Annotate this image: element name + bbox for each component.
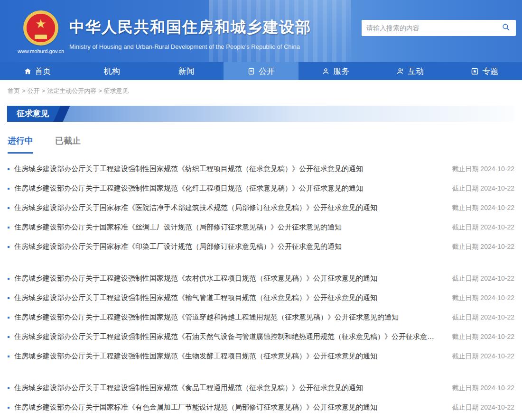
- bullet-icon: [8, 188, 9, 190]
- notice-list: 住房城乡建设部办公厅关于工程建设强制性国家规范《纺织工程项目规范（征求意见稿）》…: [0, 154, 522, 417]
- list-item: 住房城乡建设部办公厅关于工程建设强制性国家规范《纺织工程项目规范（征求意见稿）》…: [8, 159, 514, 179]
- list-item: 住房城乡建设部办公厅关于工程建设强制性国家规范《食品工程通用规范（征求意见稿）》…: [8, 378, 514, 398]
- nav-label-home: 首页: [35, 66, 51, 77]
- nav-label-news: 新闻: [178, 66, 195, 77]
- deadline-date: 截止日期 2024-10-22: [452, 165, 514, 173]
- notice-link[interactable]: 住房城乡建设部办公厅关于工程建设强制性国家规范《管道穿越和跨越工程通用规范（征求…: [14, 313, 440, 322]
- national-emblem-icon: [23, 10, 58, 46]
- bullet-icon: [8, 168, 9, 170]
- bullet-icon: [8, 246, 9, 248]
- notice-link[interactable]: 住房城乡建设部办公厅关于国家标准《医院洁净手术部建筑技术规范（局部修订征求意见稿…: [14, 203, 440, 212]
- bullet-icon: [8, 356, 9, 357]
- nav-item-home[interactable]: 首页: [0, 62, 75, 80]
- deadline-date: 截止日期 2024-10-22: [452, 403, 514, 412]
- person-icon: [322, 67, 330, 75]
- deadline-date: 截止日期 2024-10-22: [452, 384, 514, 393]
- notice-link[interactable]: 住房城乡建设部办公厅关于工程建设强制性国家规范《农村供水工程项目规范（征求意见稿…: [14, 274, 440, 283]
- search-box: [362, 20, 516, 36]
- brand: www.mohurd.gov.cn 中华人民共和国住房和城乡建设部 Minist…: [18, 10, 311, 54]
- interact-icon: [396, 67, 404, 75]
- bullet-icon: [8, 336, 9, 338]
- notice-link[interactable]: 住房城乡建设部办公厅关于国家标准《印染工厂设计规范（局部修订征求意见稿）》公开征…: [14, 242, 440, 251]
- notice-group-3: 住房城乡建设部办公厅关于工程建设强制性国家规范《食品工程通用规范（征求意见稿）》…: [8, 378, 514, 417]
- list-item: 住房城乡建设部办公厅关于国家标准《丝绸工厂设计规范（局部修订征求意见稿）》公开征…: [8, 218, 514, 237]
- bullet-icon: [8, 227, 9, 228]
- page-title: 征求意见: [17, 109, 49, 118]
- tab-closed[interactable]: 已截止: [55, 135, 81, 154]
- nav-item-services[interactable]: 服务: [298, 62, 373, 80]
- deadline-date: 截止日期 2024-10-22: [452, 313, 514, 322]
- notice-link[interactable]: 住房城乡建设部办公厅关于国家标准《丝绸工厂设计规范（局部修订征求意见稿）》公开征…: [14, 223, 440, 232]
- nav-label-interact: 互动: [408, 66, 424, 77]
- notice-link[interactable]: 住房城乡建设部办公厅关于工程建设强制性国家规范《化纤工程项目规范（征求意见稿）》…: [14, 184, 440, 193]
- list-item: 住房城乡建设部办公厅关于工程建设强制性国家规范《农村供水工程项目规范（征求意见稿…: [8, 269, 514, 288]
- breadcrumb-separator: >: [98, 87, 102, 94]
- breadcrumb-item-3: 征求意见: [104, 87, 129, 94]
- site-subtitle: Ministry of Housing and Urban-Rural Deve…: [69, 43, 311, 50]
- list-item: 住房城乡建设部办公厅关于工程建设强制性国家规范《管道穿越和跨越工程通用规范（征求…: [8, 308, 514, 327]
- emblem-block: www.mohurd.gov.cn: [18, 10, 64, 54]
- breadcrumb-item-1[interactable]: 公开: [28, 87, 40, 94]
- section-banner: 征求意见: [7, 106, 515, 122]
- tabs: 进行中已截止: [0, 135, 522, 154]
- breadcrumb-separator: >: [42, 87, 46, 94]
- notice-link[interactable]: 住房城乡建设部办公厅关于工程建设强制性国家规范《生物发酵工程项目规范（征求意见稿…: [14, 352, 440, 361]
- section-banner-label: 征求意见: [7, 106, 62, 122]
- nav-item-topics[interactable]: 专题: [447, 62, 522, 80]
- site-title: 中华人民共和国住房和城乡建设部: [69, 17, 311, 38]
- list-item: 住房城乡建设部办公厅关于工程建设强制性国家规范《输气管道工程项目规范（征求意见稿…: [8, 288, 514, 308]
- breadcrumb-separator: >: [22, 87, 26, 94]
- nav-item-open[interactable]: 公开: [224, 62, 298, 80]
- bullet-icon: [8, 297, 9, 299]
- notice-link[interactable]: 住房城乡建设部办公厅关于工程建设强制性国家规范《石油天然气设备与管道腐蚀控制和绝…: [14, 332, 440, 341]
- site-url: www.mohurd.gov.cn: [18, 48, 64, 54]
- deadline-date: 截止日期 2024-10-22: [452, 223, 514, 232]
- list-item: 住房城乡建设部办公厅关于工程建设强制性国家规范《石油天然气设备与管道腐蚀控制和绝…: [8, 327, 514, 347]
- search-button[interactable]: [496, 20, 516, 36]
- site-header: www.mohurd.gov.cn 中华人民共和国住房和城乡建设部 Minist…: [0, 0, 522, 62]
- bullet-icon: [8, 278, 9, 280]
- bullet-icon: [8, 207, 9, 209]
- nav-label-services: 服务: [333, 66, 349, 77]
- bullet-icon: [8, 317, 9, 319]
- notice-link[interactable]: 住房城乡建设部办公厅关于工程建设强制性国家规范《纺织工程项目规范（征求意见稿）》…: [14, 164, 440, 173]
- bullet-icon: [8, 407, 9, 409]
- home-icon: [24, 67, 32, 75]
- notice-group-1: 住房城乡建设部办公厅关于工程建设强制性国家规范《纺织工程项目规范（征求意见稿）》…: [8, 159, 514, 256]
- search-input[interactable]: [362, 20, 496, 36]
- breadcrumb-item-0[interactable]: 首页: [8, 87, 20, 94]
- nav-item-news[interactable]: 新闻: [149, 62, 224, 80]
- list-item: 住房城乡建设部办公厅关于工程建设强制性国家规范《化纤工程项目规范（征求意见稿）》…: [8, 179, 514, 198]
- deadline-date: 截止日期 2024-10-22: [452, 294, 514, 302]
- star-icon: [471, 67, 479, 75]
- list-item: 住房城乡建设部办公厅关于国家标准《印染工厂设计规范（局部修订征求意见稿）》公开征…: [8, 237, 514, 256]
- bullet-icon: [8, 387, 9, 389]
- deadline-date: 截止日期 2024-10-22: [452, 352, 514, 361]
- nav-label-open: 公开: [259, 66, 275, 77]
- notice-link[interactable]: 住房城乡建设部办公厅关于国家标准《有色金属加工厂节能设计规范（局部修订征求意见稿…: [14, 403, 440, 412]
- notice-link[interactable]: 住房城乡建设部办公厅关于工程建设强制性国家规范《食品工程通用规范（征求意见稿）》…: [14, 383, 440, 393]
- notice-link[interactable]: 住房城乡建设部办公厅关于工程建设强制性国家规范《输气管道工程项目规范（征求意见稿…: [14, 293, 440, 302]
- list-item: 住房城乡建设部办公厅关于国家标准《医院洁净手术部建筑技术规范（局部修订征求意见稿…: [8, 198, 514, 218]
- nav-item-interact[interactable]: 互动: [373, 62, 447, 80]
- list-item: 住房城乡建设部办公厅关于工程建设强制性国家规范《生物发酵工程项目规范（征求意见稿…: [8, 347, 514, 366]
- nav-label-orgs: 机构: [104, 66, 120, 77]
- tab-ongoing[interactable]: 进行中: [8, 135, 33, 154]
- search-icon: [502, 23, 511, 33]
- nav-item-orgs[interactable]: 机构: [75, 62, 149, 80]
- notice-group-2: 住房城乡建设部办公厅关于工程建设强制性国家规范《农村供水工程项目规范（征求意见稿…: [8, 269, 514, 366]
- deadline-date: 截止日期 2024-10-22: [452, 274, 514, 283]
- nav-label-topics: 专题: [482, 66, 498, 77]
- list-item: 住房城乡建设部办公厅关于国家标准《有色金属加工厂节能设计规范（局部修订征求意见稿…: [8, 398, 514, 417]
- deadline-date: 截止日期 2024-10-22: [452, 333, 514, 341]
- breadcrumb: 首页>公开>法定主动公开内容>征求意见: [0, 80, 522, 102]
- site-titles: 中华人民共和国住房和城乡建设部 Ministry of Housing and …: [69, 10, 311, 54]
- open-icon: [247, 67, 255, 75]
- main-nav: 首页机构新闻公开服务互动专题: [0, 62, 522, 80]
- deadline-date: 截止日期 2024-10-22: [452, 184, 514, 193]
- deadline-date: 截止日期 2024-10-22: [452, 243, 514, 251]
- breadcrumb-item-2[interactable]: 法定主动公开内容: [47, 87, 96, 94]
- deadline-date: 截止日期 2024-10-22: [452, 204, 514, 212]
